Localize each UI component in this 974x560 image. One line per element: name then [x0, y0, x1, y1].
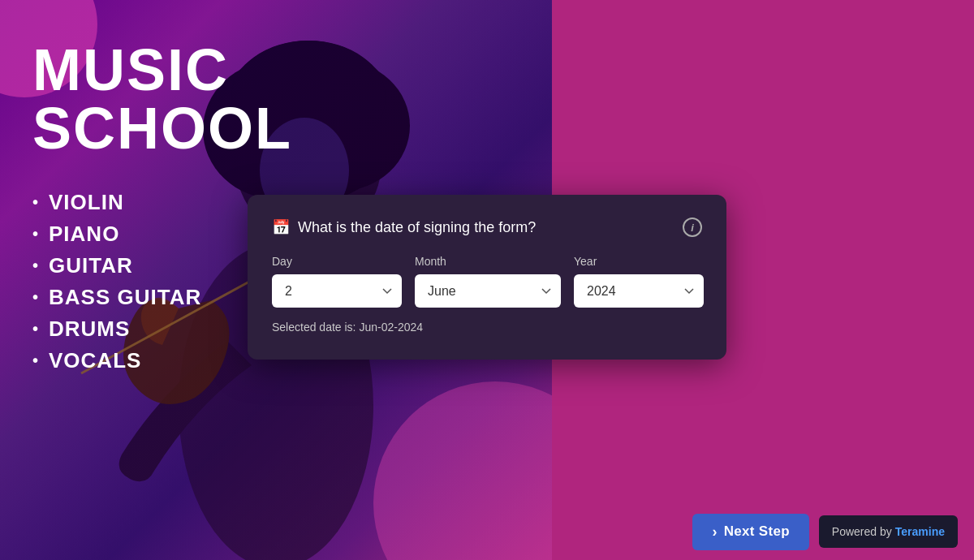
instrument-item: VOCALS: [32, 348, 252, 373]
instrument-item: GUITAR: [32, 253, 252, 278]
instrument-item: VIOLIN: [32, 190, 252, 215]
instrument-item: BASS GUITAR: [32, 285, 252, 310]
calendar-icon: 📅: [272, 218, 290, 236]
instruments-list: VIOLINPIANOGUITARBASS GUITARDRUMSVOCALS: [32, 190, 252, 373]
instrument-item: DRUMS: [32, 317, 252, 342]
next-step-label: Next Step: [724, 523, 790, 540]
modal-title: What is the date of signing the form?: [298, 219, 536, 236]
info-icon[interactable]: i: [683, 218, 702, 237]
powered-by-badge: Powered by Teramine: [819, 515, 958, 548]
selected-date-label: Selected date is:: [272, 321, 356, 334]
bottom-bar: › Next Step Powered by Teramine: [552, 503, 974, 560]
teramine-brand: Teramine: [895, 525, 945, 538]
year-select[interactable]: 202020212022202320242025: [574, 274, 704, 308]
month-select[interactable]: JanuaryFebruaryMarchAprilMayJuneJulyAugu…: [415, 274, 561, 308]
next-step-button[interactable]: › Next Step: [692, 514, 808, 550]
powered-by-label: Powered by: [832, 525, 892, 538]
year-field: Year 202020212022202320242025: [574, 255, 704, 308]
month-field: Month JanuaryFebruaryMarchAprilMayJuneJu…: [415, 255, 561, 308]
year-label: Year: [574, 255, 704, 268]
selected-date-display: Selected date is: Jun-02-2024: [272, 321, 702, 334]
day-label: Day: [272, 255, 402, 268]
date-fields: Day 123456789101112131415161718192021222…: [272, 255, 702, 308]
instrument-item: PIANO: [32, 222, 252, 247]
date-modal: 📅 What is the date of signing the form? …: [248, 195, 726, 360]
brand-title: MUSIC SCHOOL: [32, 41, 252, 157]
month-label: Month: [415, 255, 561, 268]
day-field: Day 123456789101112131415161718192021222…: [272, 255, 402, 308]
selected-date-value: Jun-02-2024: [359, 321, 423, 334]
left-panel: MUSIC SCHOOL VIOLINPIANOGUITARBASS GUITA…: [0, 0, 276, 404]
brand-title-line1: MUSIC: [32, 37, 229, 102]
modal-title-group: 📅 What is the date of signing the form?: [272, 218, 536, 236]
day-select[interactable]: 1234567891011121314151617181920212223242…: [272, 274, 402, 308]
chevron-icon: ›: [712, 523, 717, 541]
modal-header: 📅 What is the date of signing the form? …: [272, 218, 702, 237]
brand-title-line2: SCHOOL: [32, 96, 292, 161]
